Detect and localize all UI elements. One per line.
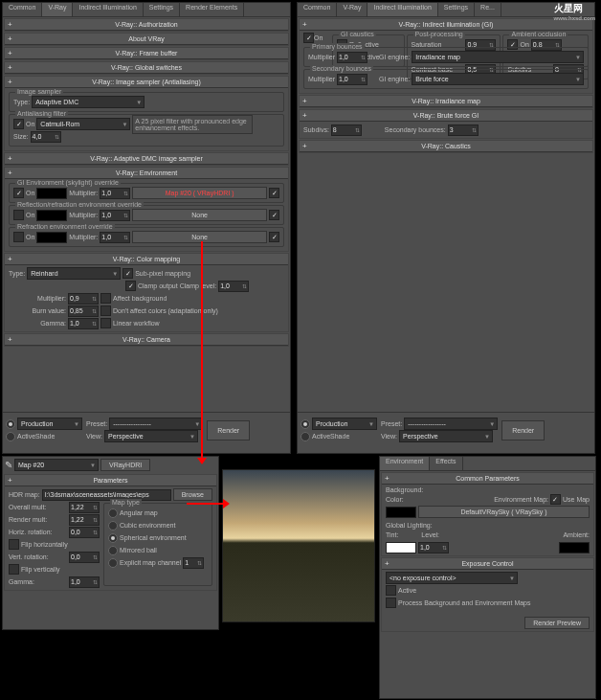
rollout-caustics[interactable]: V-Ray:: Caustics — [300, 141, 592, 152]
gi-env-on[interactable] — [13, 188, 24, 198]
cm-gamma[interactable]: 1,0 — [68, 318, 99, 329]
gi-env-mult[interactable]: 1,0 — [100, 188, 130, 199]
radio-production[interactable] — [6, 419, 15, 429]
aa-on[interactable] — [13, 119, 24, 129]
render-button[interactable]: Render — [207, 420, 250, 440]
dont-affect[interactable] — [100, 305, 111, 316]
clamp[interactable] — [125, 281, 136, 291]
rollout-global[interactable]: V-Ray:: Global switches — [5, 62, 288, 74]
refr-env-on[interactable] — [13, 232, 24, 242]
gi-env-map-on[interactable] — [269, 188, 279, 198]
sec-engine[interactable]: Brute force — [412, 73, 584, 85]
rollout-about[interactable]: About VRay — [5, 34, 288, 45]
view-select[interactable]: Perspective — [104, 430, 198, 442]
rollout-color[interactable]: V-Ray:: Color mapping — [5, 254, 288, 265]
subpixel[interactable] — [122, 268, 133, 279]
tab-indirect[interactable]: Indirect Illumination — [73, 3, 143, 16]
cm-mult[interactable]: 0,9 — [68, 293, 99, 305]
refl-env-on[interactable] — [13, 210, 24, 220]
right-tabs: Common V-Ray Indirect Illumination Setti… — [298, 3, 594, 17]
filter-tooltip: A 25 pixel filter with pronounced edge e… — [132, 115, 253, 134]
map-slot[interactable]: Map #20 — [14, 459, 99, 471]
hdr-path[interactable] — [42, 489, 171, 501]
rollout-env[interactable]: V-Ray:: Environment — [5, 168, 288, 179]
eyedropper-icon[interactable]: ✎ — [5, 460, 12, 470]
gi-on[interactable] — [303, 33, 314, 43]
gi-env-map[interactable]: Map #20 ( VRayHDRI ) — [132, 187, 267, 199]
prim-engine[interactable]: Irradiance map — [412, 51, 584, 63]
rollout-gi[interactable]: V-Ray:: Indirect illumination (GI) — [300, 19, 592, 31]
aa-filter[interactable]: Catmull-Rom — [36, 118, 130, 130]
tab-settings[interactable]: Settings — [144, 3, 180, 16]
tab-common[interactable]: Common — [3, 3, 42, 16]
linear-wf[interactable] — [100, 318, 111, 328]
refl-env-map[interactable]: None — [132, 209, 267, 221]
browse-button[interactable]: Browse — [173, 488, 212, 501]
tint-color[interactable] — [386, 542, 416, 553]
render-preview-button[interactable]: Render Preview — [524, 617, 590, 629]
rollout-dmc[interactable]: V-Ray:: Adaptive DMC image sampler — [5, 153, 288, 165]
use-map[interactable] — [550, 494, 561, 505]
tab-effects[interactable]: Effects — [430, 457, 462, 470]
tab-environment[interactable]: Environment — [380, 457, 430, 470]
rollout-frame[interactable]: V-Ray:: Frame buffer — [5, 48, 288, 59]
radio-activeshade[interactable] — [6, 432, 15, 441]
render-button-2[interactable]: Render — [501, 420, 545, 440]
gi-env-color[interactable] — [36, 188, 67, 199]
affect-bg[interactable] — [100, 293, 111, 304]
env-map-slot[interactable]: DefaultVRaySky ( VRaySky ) — [418, 506, 590, 518]
render-preview — [222, 469, 375, 622]
cm-burn[interactable]: 0,85 — [68, 305, 99, 317]
rollout-brute[interactable]: V-Ray:: Brute force GI — [300, 110, 592, 122]
rollout-auth[interactable]: V-Ray:: Authorization — [5, 19, 288, 31]
ambient-color[interactable] — [559, 542, 590, 553]
aa-size[interactable]: 4,0 — [31, 131, 61, 143]
rollout-camera[interactable]: V-Ray:: Camera — [5, 334, 288, 346]
rollout-sampler[interactable]: V-Ray:: Image sampler (Antialiasing) — [5, 77, 288, 88]
refr-env-map[interactable]: None — [132, 231, 267, 243]
map-type[interactable]: VRayHDRI — [100, 459, 150, 471]
spherical-radio[interactable] — [108, 533, 118, 543]
sampler-type[interactable]: Adaptive DMC — [32, 96, 145, 108]
bg-color[interactable] — [386, 507, 416, 518]
colormap-type[interactable]: Reinhard — [27, 267, 121, 280]
exposure-select[interactable]: <no exposure control> — [386, 572, 518, 584]
tab-elements[interactable]: Render Elements — [180, 3, 244, 16]
left-tabs: Common V-Ray Indirect Illumination Setti… — [3, 3, 290, 17]
rollout-irr[interactable]: V-Ray:: Irradiance map — [300, 96, 592, 107]
tab-vray[interactable]: V-Ray — [42, 3, 73, 16]
